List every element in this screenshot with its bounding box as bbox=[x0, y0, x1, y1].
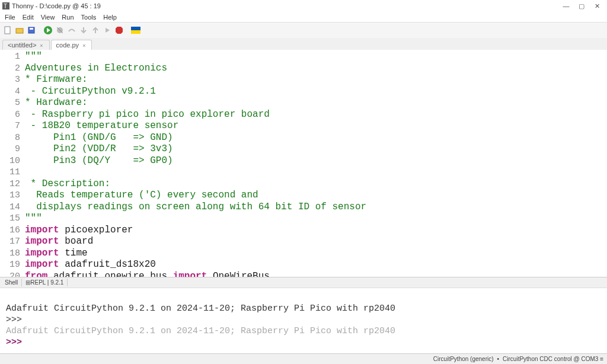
line-number: 14 bbox=[0, 202, 20, 213]
svg-rect-12 bbox=[131, 27, 140, 30]
svg-rect-3 bbox=[16, 28, 23, 33]
code-line[interactable]: Reads temperature ('C) every second and bbox=[25, 190, 607, 202]
code-line[interactable]: import picoexplorer bbox=[25, 225, 607, 237]
debug-icon[interactable] bbox=[55, 25, 65, 36]
line-number: 2 bbox=[0, 63, 20, 75]
tab-untitled[interactable]: <untitled>× bbox=[2, 40, 50, 50]
code-line[interactable]: import time bbox=[25, 248, 607, 260]
line-number: 3 bbox=[0, 74, 20, 86]
code-line[interactable]: - CircuitPython v9.2.1 bbox=[25, 86, 607, 98]
line-number: 16 bbox=[0, 225, 20, 237]
tab-close-icon[interactable]: × bbox=[40, 43, 43, 49]
status-bar: CircuitPython (generic) • CircuitPython … bbox=[0, 353, 607, 364]
title-bar: T Thonny - D:\code.py @ 45 : 19 — ▢ ✕ bbox=[0, 0, 607, 12]
editor-tabs: <untitled>×code.py× bbox=[0, 38, 607, 50]
stop-icon[interactable] bbox=[114, 25, 124, 36]
line-number: 10 bbox=[0, 155, 20, 167]
line-number: 15 bbox=[0, 213, 20, 225]
line-number: 13 bbox=[0, 190, 20, 202]
line-number: 8 bbox=[0, 132, 20, 144]
code-line[interactable] bbox=[25, 167, 607, 178]
code-line[interactable]: import board bbox=[25, 236, 607, 248]
shell-line: >>> bbox=[6, 337, 601, 348]
open-file-icon[interactable] bbox=[14, 25, 25, 36]
line-number: 12 bbox=[0, 178, 20, 190]
svg-rect-13 bbox=[131, 30, 140, 34]
run-icon[interactable] bbox=[43, 25, 53, 36]
step-over-icon[interactable] bbox=[66, 25, 77, 36]
code-line[interactable]: * Hardware: bbox=[25, 97, 607, 109]
svg-rect-2 bbox=[5, 27, 10, 34]
svg-text:T: T bbox=[4, 3, 7, 9]
step-into-icon[interactable] bbox=[78, 25, 89, 36]
minimize-button[interactable]: — bbox=[558, 2, 574, 9]
code-line[interactable]: * Firmware: bbox=[25, 74, 607, 86]
code-line[interactable]: Pin3 (DQ/Y => GP0) bbox=[25, 155, 607, 167]
line-number: 1 bbox=[0, 51, 20, 63]
line-gutter: 123456789101112131415161718192021 bbox=[0, 50, 25, 277]
app-icon: T bbox=[2, 2, 9, 9]
line-number: 18 bbox=[0, 248, 20, 260]
shell-line bbox=[6, 292, 601, 303]
maximize-button[interactable]: ▢ bbox=[574, 2, 589, 10]
code-line[interactable]: Adventures in Electronics bbox=[25, 63, 607, 75]
support-ukraine-icon[interactable] bbox=[130, 25, 141, 36]
shell-line: Adafruit CircuitPython 9.2.1 on 2024-11-… bbox=[6, 325, 601, 337]
tab-close-icon[interactable]: × bbox=[82, 43, 85, 49]
shell-line: >>> bbox=[6, 314, 601, 325]
code-line[interactable]: from adafruit_onewire.bus import OneWire… bbox=[25, 271, 607, 278]
new-file-icon[interactable] bbox=[2, 25, 13, 36]
code-line[interactable]: * Description: bbox=[25, 178, 607, 190]
status-port[interactable]: CircuitPython CDC control @ COM3 ≡ bbox=[503, 356, 603, 362]
repl-tab[interactable]: ⊞REPL | 9.2.1 bbox=[22, 279, 68, 286]
shell-tabs: Shell⊞REPL | 9.2.1 bbox=[0, 277, 607, 288]
menu-help[interactable]: Help bbox=[100, 13, 120, 21]
svg-rect-5 bbox=[30, 28, 33, 30]
toolbar bbox=[0, 23, 607, 38]
line-number: 11 bbox=[0, 167, 20, 178]
code-line[interactable]: """ bbox=[25, 213, 607, 225]
code-editor[interactable]: 123456789101112131415161718192021 """Adv… bbox=[0, 50, 607, 277]
line-number: 4 bbox=[0, 86, 20, 98]
code-line[interactable]: Pin2 (VDD/R=> 3v3) bbox=[25, 143, 607, 155]
menu-file[interactable]: File bbox=[1, 13, 19, 21]
code-line[interactable]: - Raspberry pi pico in pico explorer boa… bbox=[25, 109, 607, 121]
code-line[interactable]: - 18B20 temperature sensor bbox=[25, 120, 607, 132]
menu-edit[interactable]: Edit bbox=[19, 13, 37, 21]
code-line[interactable]: displays readings on screen along with 6… bbox=[25, 202, 607, 213]
line-number: 7 bbox=[0, 120, 20, 132]
menu-tools[interactable]: Tools bbox=[78, 13, 100, 21]
save-icon[interactable] bbox=[26, 25, 37, 36]
shell-line: Adafruit CircuitPython 9.2.1 on 2024-11-… bbox=[6, 303, 601, 314]
svg-marker-11 bbox=[116, 27, 123, 34]
shell-tab[interactable]: Shell bbox=[1, 279, 22, 286]
line-number: 9 bbox=[0, 143, 20, 155]
line-number: 6 bbox=[0, 109, 20, 121]
code-line[interactable]: Pin1 (GND/G=> GND) bbox=[25, 132, 607, 144]
menu-view[interactable]: View bbox=[37, 13, 59, 21]
line-number: 19 bbox=[0, 259, 20, 271]
step-out-icon[interactable] bbox=[90, 25, 101, 36]
tab-code-py[interactable]: code.py× bbox=[51, 40, 92, 50]
code-area[interactable]: """Adventures in Electronics* Firmware: … bbox=[25, 50, 607, 277]
close-button[interactable]: ✕ bbox=[589, 2, 605, 10]
code-line[interactable]: """ bbox=[25, 51, 607, 63]
status-backend[interactable]: CircuitPython (generic) bbox=[433, 356, 494, 362]
line-number: 17 bbox=[0, 236, 20, 248]
code-line[interactable]: import adafruit_ds18x20 bbox=[25, 259, 607, 271]
menu-run[interactable]: Run bbox=[58, 13, 77, 21]
window-title: Thonny - D:\code.py @ 45 : 19 bbox=[12, 2, 101, 9]
svg-marker-10 bbox=[106, 28, 110, 33]
shell-panel[interactable]: Adafruit CircuitPython 9.2.1 on 2024-11-… bbox=[0, 288, 607, 353]
line-number: 20 bbox=[0, 271, 20, 278]
menu-bar: FileEditViewRunToolsHelp bbox=[0, 12, 607, 23]
line-number: 5 bbox=[0, 97, 20, 109]
resume-icon[interactable] bbox=[102, 25, 113, 36]
